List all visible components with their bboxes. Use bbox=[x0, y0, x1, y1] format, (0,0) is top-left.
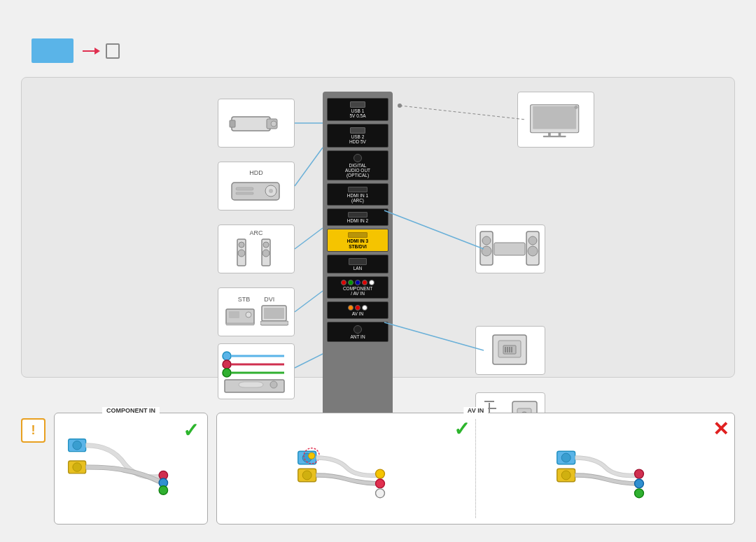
svg-point-88 bbox=[561, 453, 570, 462]
svg-rect-8 bbox=[232, 117, 270, 131]
port-lan: LAN bbox=[327, 255, 388, 273]
svg-line-69 bbox=[400, 106, 526, 120]
svg-point-38 bbox=[270, 381, 277, 388]
component-device-box bbox=[218, 343, 295, 399]
svg-line-65 bbox=[295, 354, 323, 368]
hdd-label: HDD bbox=[249, 169, 263, 176]
hdd-device-box: HDD bbox=[218, 162, 295, 211]
svg-rect-15 bbox=[236, 187, 253, 190]
svg-rect-51 bbox=[509, 347, 510, 352]
usb-device-box bbox=[218, 99, 295, 148]
svg-point-11 bbox=[271, 121, 276, 127]
svg-point-30 bbox=[223, 352, 231, 360]
svg-point-81 bbox=[308, 452, 314, 459]
port-hdmi2: HDMI IN 2 bbox=[327, 208, 388, 226]
svg-point-41 bbox=[482, 246, 491, 256]
svg-point-93 bbox=[634, 489, 643, 498]
svg-point-40 bbox=[482, 236, 491, 245]
warning-icon: ! bbox=[21, 418, 46, 443]
svg-point-91 bbox=[634, 469, 643, 478]
svg-point-92 bbox=[634, 479, 643, 488]
svg-point-83 bbox=[302, 471, 312, 480]
arc-label: ARC bbox=[249, 229, 262, 236]
svg-line-66 bbox=[384, 211, 484, 249]
svg-point-85 bbox=[375, 479, 384, 488]
svg-point-43 bbox=[528, 236, 537, 245]
arrow-icon bbox=[79, 44, 100, 58]
svg-point-7 bbox=[575, 106, 578, 108]
svg-line-62 bbox=[295, 148, 323, 186]
svg-point-22 bbox=[262, 250, 270, 257]
tv-port-panel: USB 15V 0.5A USB 2HDD 5V DIGITALAUDIO OU… bbox=[323, 92, 393, 448]
svg-point-70 bbox=[398, 104, 402, 108]
av-incorrect-example: ✕ bbox=[476, 413, 734, 524]
svg-point-21 bbox=[263, 242, 269, 248]
connection-diagram: USB 15V 0.5A USB 2HDD 5V DIGITALAUDIO OU… bbox=[21, 77, 735, 378]
svg-line-67 bbox=[384, 322, 484, 350]
port-component-av: COMPONENT/ AV IN bbox=[327, 276, 388, 299]
svg-line-64 bbox=[295, 291, 323, 312]
port-digital-audio: DIGITALAUDIO OUT(OPTICAL) bbox=[327, 150, 388, 180]
svg-point-19 bbox=[238, 250, 245, 257]
component-in-box: COMPONENT IN ✓ bbox=[54, 413, 208, 525]
svg-rect-52 bbox=[511, 347, 512, 352]
svg-rect-24 bbox=[229, 311, 239, 318]
svg-point-34 bbox=[223, 369, 231, 377]
svg-point-77 bbox=[159, 486, 168, 495]
checkmark-icon: ✓ bbox=[183, 419, 199, 442]
av-correct-example: ✓ bbox=[217, 413, 475, 524]
port-hdmi1: HDMI IN 1(ARC) bbox=[327, 183, 388, 206]
svg-point-90 bbox=[561, 471, 570, 480]
svg-point-14 bbox=[269, 189, 273, 193]
svg-rect-45 bbox=[494, 243, 525, 255]
svg-line-63 bbox=[295, 228, 323, 249]
svg-point-32 bbox=[223, 360, 231, 369]
small-device-icon bbox=[106, 43, 120, 59]
bottom-connector-guide: ! COMPONENT IN ✓ AV IN bbox=[21, 413, 735, 535]
stb-label: STB bbox=[238, 296, 251, 303]
port-hdmi3-stb: HDMI IN 3STB/DVI bbox=[327, 229, 388, 251]
svg-point-44 bbox=[528, 246, 538, 256]
component-in-title: COMPONENT IN bbox=[102, 407, 160, 414]
svg-rect-26 bbox=[226, 323, 254, 325]
svg-marker-1 bbox=[94, 48, 100, 55]
av-in-box: AV IN ✓ bbox=[216, 413, 735, 525]
svg-point-84 bbox=[375, 469, 384, 478]
dvi-label: DVI bbox=[264, 296, 274, 303]
svg-rect-16 bbox=[236, 192, 253, 194]
svg-rect-50 bbox=[507, 347, 508, 352]
speakers-device-box bbox=[475, 224, 545, 273]
port-av-in: AV IN bbox=[327, 301, 388, 319]
tv-device-icon bbox=[517, 92, 594, 148]
svg-rect-49 bbox=[505, 347, 506, 352]
port-usb1: USB 15V 0.5A bbox=[327, 98, 388, 121]
svg-rect-6 bbox=[543, 136, 566, 137]
top-indicator bbox=[31, 38, 120, 63]
svg-point-18 bbox=[239, 242, 244, 248]
svg-rect-3 bbox=[533, 106, 576, 129]
port-antenna: ANT IN bbox=[327, 322, 388, 342]
stb-device-box: STB DVI bbox=[218, 287, 295, 336]
av-xmark-icon: ✕ bbox=[713, 418, 729, 441]
svg-point-72 bbox=[73, 441, 82, 450]
av-checkmark-icon: ✓ bbox=[454, 418, 470, 441]
port-usb2: USB 2HDD 5V bbox=[327, 124, 388, 147]
svg-rect-10 bbox=[230, 120, 235, 127]
svg-point-74 bbox=[73, 463, 82, 472]
arc-device-box: ARC bbox=[218, 224, 295, 273]
svg-point-25 bbox=[246, 312, 251, 318]
svg-rect-29 bbox=[260, 321, 288, 325]
svg-rect-37 bbox=[239, 382, 263, 387]
svg-point-86 bbox=[375, 489, 384, 498]
network-device-box bbox=[475, 326, 545, 375]
tv-icon-blue bbox=[31, 38, 74, 63]
svg-rect-28 bbox=[264, 308, 284, 319]
